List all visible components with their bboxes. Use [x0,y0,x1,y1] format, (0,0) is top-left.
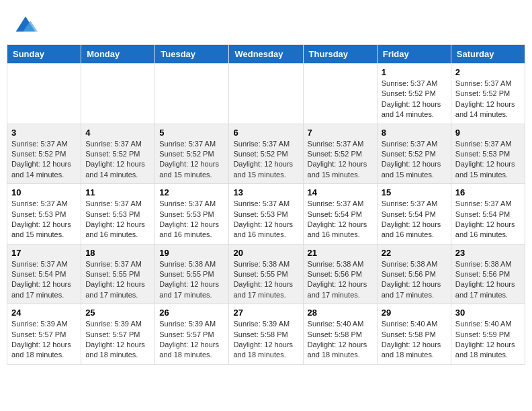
day-info: Sunrise: 5:40 AM Sunset: 5:58 PM Dayligh… [308,319,373,361]
day-number: 28 [308,308,373,318]
day-info: Sunrise: 5:37 AM Sunset: 5:52 PM Dayligh… [382,139,447,181]
day-info: Sunrise: 5:38 AM Sunset: 5:56 PM Dayligh… [308,259,373,301]
calendar-header-row: SundayMondayTuesdayWednesdayThursdayFrid… [7,45,525,64]
day-number: 27 [233,308,298,318]
day-number: 2 [455,67,521,77]
day-info: Sunrise: 5:39 AM Sunset: 5:57 PM Dayligh… [159,319,224,361]
calendar-cell: 28Sunrise: 5:40 AM Sunset: 5:58 PM Dayli… [303,304,377,365]
calendar-cell: 19Sunrise: 5:38 AM Sunset: 5:55 PM Dayli… [155,244,229,304]
calendar-cell: 11Sunrise: 5:37 AM Sunset: 5:53 PM Dayli… [81,184,155,244]
day-info: Sunrise: 5:37 AM Sunset: 5:52 PM Dayligh… [233,139,298,181]
calendar-cell: 23Sunrise: 5:38 AM Sunset: 5:56 PM Dayli… [451,244,525,304]
day-info: Sunrise: 5:37 AM Sunset: 5:53 PM Dayligh… [11,199,77,240]
day-info: Sunrise: 5:37 AM Sunset: 5:54 PM Dayligh… [308,199,373,240]
day-info: Sunrise: 5:37 AM Sunset: 5:52 PM Dayligh… [159,139,224,181]
calendar-cell: 27Sunrise: 5:39 AM Sunset: 5:58 PM Dayli… [229,304,303,365]
calendar-week-row: 24Sunrise: 5:39 AM Sunset: 5:57 PM Dayli… [7,304,525,365]
day-info: Sunrise: 5:39 AM Sunset: 5:57 PM Dayligh… [11,319,77,361]
calendar-week-row: 1Sunrise: 5:37 AM Sunset: 5:52 PM Daylig… [7,64,525,124]
calendar-cell: 21Sunrise: 5:38 AM Sunset: 5:56 PM Dayli… [303,244,377,304]
calendar-cell: 2Sunrise: 5:37 AM Sunset: 5:52 PM Daylig… [451,64,525,124]
calendar-cell: 7Sunrise: 5:37 AM Sunset: 5:52 PM Daylig… [303,124,377,184]
calendar-cell: 3Sunrise: 5:37 AM Sunset: 5:52 PM Daylig… [7,124,81,184]
day-info: Sunrise: 5:37 AM Sunset: 5:54 PM Dayligh… [455,199,521,240]
day-number: 10 [11,187,77,197]
day-number: 4 [85,128,150,138]
day-number: 30 [455,308,521,318]
day-number: 21 [308,248,373,258]
calendar-cell: 17Sunrise: 5:37 AM Sunset: 5:54 PM Dayli… [7,244,81,304]
calendar-week-row: 17Sunrise: 5:37 AM Sunset: 5:54 PM Dayli… [7,244,525,304]
day-info: Sunrise: 5:39 AM Sunset: 5:57 PM Dayligh… [85,319,150,361]
day-number: 22 [382,248,447,258]
day-number: 24 [11,308,77,318]
day-info: Sunrise: 5:37 AM Sunset: 5:54 PM Dayligh… [11,259,77,301]
day-number: 25 [85,308,150,318]
day-number: 23 [455,248,521,258]
day-number: 13 [233,187,298,197]
day-info: Sunrise: 5:37 AM Sunset: 5:53 PM Dayligh… [159,199,224,240]
day-number: 17 [11,248,77,258]
day-info: Sunrise: 5:40 AM Sunset: 5:59 PM Dayligh… [455,319,521,361]
calendar-cell [7,64,81,124]
day-info: Sunrise: 5:38 AM Sunset: 5:56 PM Dayligh… [455,259,521,301]
weekday-header: Wednesday [229,45,303,64]
day-number: 20 [233,248,298,258]
day-number: 26 [159,308,224,318]
day-number: 11 [85,187,150,197]
day-number: 19 [159,248,224,258]
logo [13,13,40,38]
day-info: Sunrise: 5:37 AM Sunset: 5:52 PM Dayligh… [85,139,150,181]
calendar-cell [229,64,303,124]
day-number: 29 [382,308,447,318]
logo-icon [13,13,38,38]
weekday-header: Monday [81,45,155,64]
day-number: 16 [455,187,521,197]
day-info: Sunrise: 5:37 AM Sunset: 5:52 PM Dayligh… [11,139,77,181]
day-info: Sunrise: 5:37 AM Sunset: 5:53 PM Dayligh… [455,139,521,181]
day-info: Sunrise: 5:38 AM Sunset: 5:56 PM Dayligh… [382,259,447,301]
calendar-cell: 15Sunrise: 5:37 AM Sunset: 5:54 PM Dayli… [377,184,451,244]
weekday-header: Thursday [303,45,377,64]
day-info: Sunrise: 5:37 AM Sunset: 5:54 PM Dayligh… [382,199,447,240]
calendar-cell: 1Sunrise: 5:37 AM Sunset: 5:52 PM Daylig… [377,64,451,124]
weekday-header: Friday [377,45,451,64]
calendar-cell: 22Sunrise: 5:38 AM Sunset: 5:56 PM Dayli… [377,244,451,304]
calendar-cell [303,64,377,124]
calendar-cell: 18Sunrise: 5:37 AM Sunset: 5:55 PM Dayli… [81,244,155,304]
calendar-table: SundayMondayTuesdayWednesdayThursdayFrid… [7,44,525,365]
weekday-header: Tuesday [155,45,229,64]
calendar-cell: 26Sunrise: 5:39 AM Sunset: 5:57 PM Dayli… [155,304,229,365]
day-info: Sunrise: 5:37 AM Sunset: 5:53 PM Dayligh… [233,199,298,240]
day-number: 7 [308,128,373,138]
calendar-cell: 29Sunrise: 5:40 AM Sunset: 5:58 PM Dayli… [377,304,451,365]
calendar-cell: 12Sunrise: 5:37 AM Sunset: 5:53 PM Dayli… [155,184,229,244]
calendar-cell: 30Sunrise: 5:40 AM Sunset: 5:59 PM Dayli… [451,304,525,365]
calendar-cell: 24Sunrise: 5:39 AM Sunset: 5:57 PM Dayli… [7,304,81,365]
calendar-week-row: 3Sunrise: 5:37 AM Sunset: 5:52 PM Daylig… [7,124,525,184]
weekday-header: Saturday [451,45,525,64]
calendar-cell [81,64,155,124]
calendar-cell: 20Sunrise: 5:38 AM Sunset: 5:55 PM Dayli… [229,244,303,304]
calendar-cell: 13Sunrise: 5:37 AM Sunset: 5:53 PM Dayli… [229,184,303,244]
calendar-cell: 10Sunrise: 5:37 AM Sunset: 5:53 PM Dayli… [7,184,81,244]
day-number: 18 [85,248,150,258]
day-info: Sunrise: 5:37 AM Sunset: 5:52 PM Dayligh… [308,139,373,181]
calendar-cell: 6Sunrise: 5:37 AM Sunset: 5:52 PM Daylig… [229,124,303,184]
weekday-header: Sunday [7,45,81,64]
calendar-cell: 9Sunrise: 5:37 AM Sunset: 5:53 PM Daylig… [451,124,525,184]
calendar-cell: 8Sunrise: 5:37 AM Sunset: 5:52 PM Daylig… [377,124,451,184]
day-number: 6 [233,128,298,138]
calendar-cell: 16Sunrise: 5:37 AM Sunset: 5:54 PM Dayli… [451,184,525,244]
page-header [7,7,525,41]
calendar-cell: 4Sunrise: 5:37 AM Sunset: 5:52 PM Daylig… [81,124,155,184]
calendar-cell: 5Sunrise: 5:37 AM Sunset: 5:52 PM Daylig… [155,124,229,184]
day-info: Sunrise: 5:37 AM Sunset: 5:52 PM Dayligh… [382,79,447,120]
calendar-cell [155,64,229,124]
day-info: Sunrise: 5:37 AM Sunset: 5:55 PM Dayligh… [85,259,150,301]
day-number: 15 [382,187,447,197]
day-info: Sunrise: 5:39 AM Sunset: 5:58 PM Dayligh… [233,319,298,361]
day-info: Sunrise: 5:40 AM Sunset: 5:58 PM Dayligh… [382,319,447,361]
calendar-week-row: 10Sunrise: 5:37 AM Sunset: 5:53 PM Dayli… [7,184,525,244]
day-number: 9 [455,128,521,138]
